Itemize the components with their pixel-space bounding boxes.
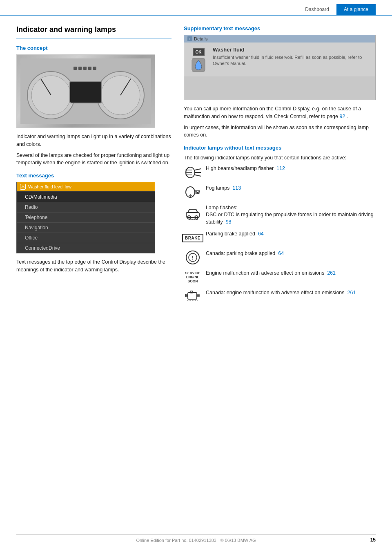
supp-text1: You can call up more information on the … <box>184 105 376 121</box>
menu-item-4[interactable]: Office <box>17 233 155 243</box>
tab-at-a-glance[interactable]: At a glance <box>336 4 376 15</box>
svg-rect-8 <box>78 67 82 70</box>
dsc-icon <box>184 204 202 219</box>
supp-screenshot: i Details OK Washer fluid <box>184 35 376 100</box>
lamp-ref-high-beam: 112 <box>276 166 285 171</box>
supp-icon-area: OK <box>188 47 209 72</box>
brake-badge: BRAKE <box>182 234 203 242</box>
lamp-item-fog: Fog lamps 113 <box>184 185 376 199</box>
lamp-text-dsc: Lamp flashes: DSC or DTC is regulating t… <box>206 204 376 226</box>
supp-content-area: OK Washer fluid Insufficient washer flui… <box>184 43 375 76</box>
svg-line-20 <box>195 175 201 176</box>
lamp-label-parking-canada: Canada: parking brake applied <box>206 251 275 256</box>
lamp-item-dsc: Lamp flashes: DSC or DTC is regulating t… <box>184 204 376 226</box>
lamp-text-high-beam: High beams/headlamp flasher 112 <box>206 165 376 172</box>
lamp-ref-brake: 64 <box>258 231 264 237</box>
menu-item-1[interactable]: Radio <box>17 202 155 213</box>
lamp-text-engine-canada: Canada: engine malfunction with adverse … <box>206 289 376 297</box>
service-badge: SERVICEENGINESOON <box>185 271 200 284</box>
menu-item-0[interactable]: CD/Multimedia <box>17 192 155 202</box>
tab-dashboard[interactable]: Dashboard <box>298 4 336 15</box>
menu-item-5[interactable]: ConnectedDrive <box>17 243 155 253</box>
concept-text1: Indicator and warning lamps can light up… <box>16 133 172 148</box>
lamp-text-brake: Parking brake applied 64 <box>206 231 376 238</box>
lamp-item-engine-canada: Canada: engine malfunction with adverse … <box>184 289 376 304</box>
indicator-intro: The following indicator lamps notify you… <box>184 154 376 162</box>
subsection-text-messages: Text messages <box>16 172 172 179</box>
supp-body-text: Insufficient washer fluid in fluid reser… <box>213 54 371 67</box>
lamp-item-parking-canada: ! Canada: parking brake applied 64 <box>184 250 376 265</box>
main-content: Indicator and warning lamps The concept <box>0 16 392 309</box>
page-number: 15 <box>370 537 376 543</box>
header-tabs: Dashboard At a glance <box>0 0 392 16</box>
fog-lamp-icon <box>184 185 202 199</box>
cluster-svg <box>20 58 151 124</box>
lamp-label-engine-canada: Canada: engine malfunction with adverse … <box>206 290 345 295</box>
lamp-label-high-beam: High beams/headlamp flasher <box>206 166 274 171</box>
subsection-indicator: Indicator lamps without text messages <box>184 145 376 151</box>
menu-header-text: Washer fluid level low! <box>28 184 73 189</box>
lamp-item-service-engine: SERVICEENGINESOON Engine malfunction wit… <box>184 270 376 284</box>
fog-lamp-svg <box>185 186 201 199</box>
lamp-ref-service-engine: 261 <box>327 270 336 276</box>
high-beam-svg <box>185 166 201 179</box>
supp-ref1: 92 <box>339 114 345 119</box>
warning-icon: ⚠ <box>20 184 26 190</box>
lamp-label-fog: Fog lamps <box>206 185 229 191</box>
lamp-ref-parking-canada: 64 <box>278 251 284 256</box>
lamp-ref-dsc: 98 <box>226 219 232 225</box>
washer-fluid-icon <box>191 58 206 72</box>
svg-text:!: ! <box>192 255 194 261</box>
svg-rect-9 <box>83 67 87 70</box>
lamp-item-brake: BRAKE Parking brake applied 64 <box>184 231 376 245</box>
right-column: Supplementary text messages i Details OK <box>184 25 376 309</box>
details-icon: i <box>187 36 192 41</box>
dashboard-image <box>16 54 155 128</box>
parking-canada-svg: ! <box>185 250 200 265</box>
svg-rect-26 <box>186 213 199 217</box>
lamp-label-brake: Parking brake applied <box>206 231 255 237</box>
parking-canada-icon: ! <box>184 250 202 265</box>
lamp-ref-fog: 113 <box>232 185 241 191</box>
menu-item-3[interactable]: Navigation <box>17 223 155 233</box>
menu-items-list: CD/Multimedia Radio Telephone Navigation… <box>17 191 155 253</box>
menu-screenshot: ⚠ Washer fluid level low! CD/Multimedia … <box>16 182 155 253</box>
svg-text:i: i <box>189 37 190 41</box>
service-engine-icon: SERVICEENGINESOON <box>184 270 202 284</box>
dsc-svg <box>185 204 201 220</box>
menu-item-2[interactable]: Telephone <box>17 213 155 223</box>
divider <box>16 38 172 38</box>
menu-header-bar: ⚠ Washer fluid level low! <box>17 182 155 191</box>
lamp-label-service-engine: Engine malfunction with adverse effect o… <box>206 270 324 276</box>
ok-badge: OK <box>193 48 205 56</box>
svg-rect-32 <box>188 293 197 299</box>
page-title: Indicator and warning lamps <box>16 25 172 34</box>
left-column: Indicator and warning lamps The concept <box>16 25 172 309</box>
brake-icon: BRAKE <box>184 231 202 245</box>
details-label: Details <box>194 36 208 41</box>
lamp-ref-engine-canada: 261 <box>347 290 356 295</box>
supp-text2: In urgent cases, this information will b… <box>184 124 376 139</box>
svg-rect-33 <box>190 291 193 293</box>
supp-text1-span: You can call up more information on the … <box>184 106 361 119</box>
lamp-text-service-engine: Engine malfunction with adverse effect o… <box>206 270 376 277</box>
text-messages-body: Text messages at the top edge of the Con… <box>16 258 172 274</box>
svg-rect-10 <box>88 67 91 70</box>
svg-rect-11 <box>93 67 96 70</box>
subsection-concept: The concept <box>16 45 172 51</box>
supp-title: Washer fluid <box>213 47 371 53</box>
engine-canada-icon <box>184 289 202 304</box>
supp-text1-end: . <box>347 114 348 119</box>
engine-canada-svg <box>185 289 201 304</box>
dashboard-inner <box>17 55 155 128</box>
lamp-text-fog: Fog lamps 113 <box>206 185 376 192</box>
supp-text-area: Washer fluid Insufficient washer fluid i… <box>213 47 371 67</box>
svg-rect-6 <box>70 82 101 103</box>
lamp-text-parking-canada: Canada: parking brake applied 64 <box>206 250 376 257</box>
page-footer: Online Edition for Part no. 01402911383 … <box>16 534 376 543</box>
indicator-section: High beams/headlamp flasher 112 <box>184 165 376 304</box>
subsection-supp: Supplementary text messages <box>184 25 376 31</box>
svg-line-19 <box>195 169 201 170</box>
footer-text: Online Edition for Part no. 01402911383 … <box>136 538 256 543</box>
svg-rect-7 <box>74 67 77 70</box>
